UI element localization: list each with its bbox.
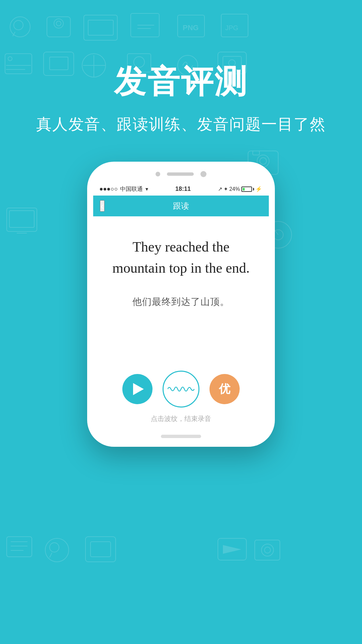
phone-hardware-top (93, 168, 269, 182)
svg-point-34 (45, 538, 69, 562)
waveform-icon (168, 382, 194, 396)
back-button[interactable]: ‹ (100, 200, 105, 212)
signal-dots (100, 188, 117, 191)
signal-dot-5 (115, 188, 117, 191)
svg-point-42 (264, 547, 270, 553)
svg-rect-37 (85, 537, 116, 562)
phone-outer: 中国联通 ▾ 18:11 ↗ ✦ 24% ⚡ (87, 162, 275, 447)
status-time: 18:11 (175, 185, 191, 193)
control-area: 优 点击波纹，结束录音 (93, 357, 269, 430)
nav-bar: ‹ 跟读 (93, 196, 269, 216)
english-sentence: They reached the mountain top in the end… (107, 236, 255, 279)
play-button[interactable] (122, 374, 153, 404)
battery-tip (253, 188, 254, 191)
chinese-translation: 他们最终到达了山顶。 (107, 296, 255, 308)
control-buttons: 优 (122, 371, 240, 408)
phone-camera (200, 171, 206, 177)
battery-fill (243, 188, 245, 191)
bluetooth-icon: ✦ (224, 186, 228, 192)
phone-screen: 中国联通 ▾ 18:11 ↗ ✦ 24% ⚡ (93, 182, 269, 430)
nav-title: 跟读 (173, 201, 189, 211)
svg-rect-30 (7, 537, 32, 557)
score-label: 优 (219, 381, 230, 397)
signal-dot-3 (107, 188, 110, 191)
location-icon: ↗ (218, 186, 222, 192)
svg-point-35 (50, 543, 59, 552)
header-section: 发音评测 真人发音、跟读训练、发音问题一目了然 (0, 0, 362, 135)
svg-rect-57 (253, 151, 259, 155)
wifi-icon: ▾ (145, 186, 148, 192)
play-icon (133, 383, 144, 395)
score-button[interactable]: 优 (209, 374, 240, 404)
charging-icon: ⚡ (255, 186, 262, 192)
phone-speaker (167, 172, 194, 176)
signal-dot-2 (104, 188, 106, 191)
status-left: 中国联通 ▾ (100, 185, 148, 193)
svg-point-41 (261, 544, 274, 556)
svg-rect-38 (90, 542, 111, 557)
signal-dot-1 (100, 188, 103, 191)
carrier-name: 中国联通 (120, 185, 143, 193)
phone-sensor (156, 172, 160, 176)
signal-dot-4 (111, 188, 114, 191)
sub-title: 真人发音、跟读训练、发音问题一目了然 (0, 114, 362, 135)
status-bar: 中国联通 ▾ 18:11 ↗ ✦ 24% ⚡ (93, 182, 269, 196)
phone-mockup: 中国联通 ▾ 18:11 ↗ ✦ 24% ⚡ (0, 162, 362, 447)
battery-body (241, 186, 252, 192)
battery-percentage: 24% (229, 186, 240, 192)
phone-home-indicator (161, 435, 201, 438)
svg-line-36 (50, 553, 52, 557)
main-title: 发音评测 (0, 60, 362, 104)
waveform-button[interactable] (163, 371, 199, 408)
back-icon: ‹ (101, 200, 104, 211)
status-right: ↗ ✦ 24% ⚡ (218, 186, 262, 192)
svg-rect-40 (255, 540, 280, 560)
hint-text: 点击波纹，结束录音 (151, 414, 211, 423)
battery-icon (241, 186, 254, 192)
content-area: They reached the mountain top in the end… (93, 216, 269, 357)
svg-rect-39 (218, 538, 246, 560)
